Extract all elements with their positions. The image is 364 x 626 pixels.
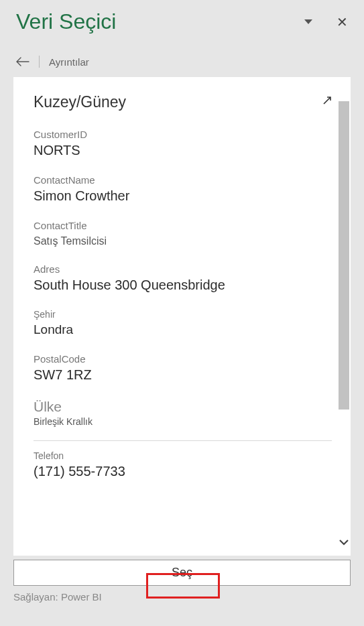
field-value: Londra: [34, 322, 332, 337]
header-controls: ✕: [304, 15, 348, 29]
field-customer-id: CustomerID NORTS: [34, 129, 332, 158]
field-label: CustomerID: [34, 129, 332, 140]
field-postal-code: PostalCode SW7 1RZ: [34, 353, 332, 383]
select-button[interactable]: Seç: [13, 560, 351, 586]
dropdown-icon[interactable]: [304, 19, 312, 24]
field-country: Ülke Birleşik Krallık: [34, 399, 332, 427]
field-label: Ülke: [34, 399, 332, 415]
footer-provider: Sağlayan: Power BI: [0, 586, 364, 603]
field-label: Telefon: [34, 450, 332, 461]
panel-title: Veri Seçici: [16, 9, 116, 34]
expand-icon[interactable]: [322, 96, 332, 108]
button-row: Seç: [13, 560, 351, 586]
field-contact-title: ContactTitle Satış Temsilcisi: [34, 220, 332, 247]
field-value: SW7 1RZ: [34, 367, 332, 383]
field-value: Birleşik Krallık: [34, 416, 332, 427]
field-label: ContactName: [34, 174, 332, 186]
breadcrumb-label: Ayrıntılar: [49, 56, 89, 68]
field-address: Adres South House 300 Queensbridge: [34, 263, 332, 293]
separator: [34, 440, 332, 441]
close-icon[interactable]: ✕: [337, 15, 348, 29]
content-area: Kuzey/Güney CustomerID NORTS ContactName…: [13, 77, 351, 556]
back-arrow-icon[interactable]: [16, 57, 29, 66]
field-value: (171) 555-7733: [34, 464, 332, 479]
scrollbar-thumb[interactable]: [339, 101, 349, 410]
details-scroll-region: Kuzey/Güney CustomerID NORTS ContactName…: [13, 77, 336, 556]
field-label: Adres: [34, 263, 332, 275]
heading-row: Kuzey/Güney: [34, 93, 332, 111]
field-label: Şehir: [34, 309, 332, 320]
field-city: Şehir Londra: [34, 309, 332, 337]
chevron-down-icon[interactable]: [337, 536, 351, 552]
breadcrumb-row: Ayrıntılar: [0, 40, 364, 74]
field-value: South House 300 Queensbridge: [34, 277, 332, 293]
field-value: Satış Temsilcisi: [34, 235, 332, 247]
panel-header: Veri Seçici ✕: [0, 0, 364, 40]
breadcrumb-divider: [39, 56, 40, 68]
field-value: Simon Crowther: [34, 188, 332, 204]
field-contact-name: ContactName Simon Crowther: [34, 174, 332, 204]
field-label: ContactTitle: [34, 220, 332, 231]
record-heading: Kuzey/Güney: [34, 93, 126, 111]
field-value: NORTS: [34, 143, 332, 158]
field-label: PostalCode: [34, 353, 332, 365]
scrollbar[interactable]: [336, 77, 351, 556]
field-phone: Telefon (171) 555-7733: [34, 450, 332, 479]
